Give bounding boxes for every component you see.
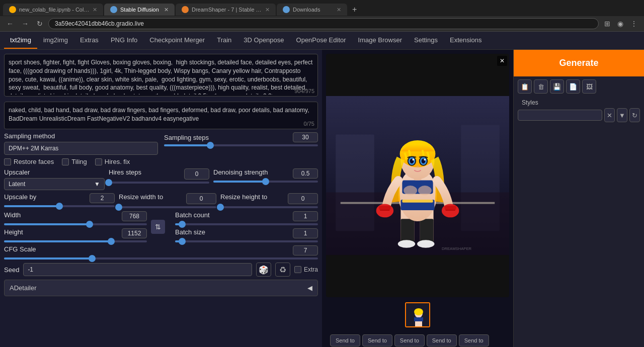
- swap-dimensions-button[interactable]: ⇅: [151, 220, 165, 234]
- tab-stable-diffusion[interactable]: Stable Diffusion ✕: [104, 4, 175, 16]
- nav-image-browser[interactable]: Image Browser: [352, 32, 408, 49]
- address-bar-input[interactable]: [48, 18, 599, 29]
- send-to-button-2[interactable]: Send to: [362, 334, 392, 346]
- batch-count-slider[interactable]: [175, 223, 318, 225]
- sampling-steps-track[interactable]: [164, 144, 318, 146]
- dl-tab-close[interactable]: ✕: [337, 7, 341, 13]
- upscale-by-thumb[interactable]: [56, 203, 63, 210]
- sampling-steps-slider[interactable]: [164, 144, 318, 146]
- thumbnail-1[interactable]: [405, 302, 430, 327]
- clear-prompt-button[interactable]: 🗑: [534, 79, 548, 94]
- save-style-button[interactable]: 💾: [550, 79, 564, 94]
- more-button[interactable]: ⋮: [628, 18, 640, 29]
- denoising-thumb[interactable]: [262, 178, 269, 185]
- tab-downloads[interactable]: Downloads ✕: [277, 4, 347, 16]
- cfg-value[interactable]: 7: [293, 245, 318, 255]
- resize-width-input[interactable]: [186, 193, 216, 204]
- nav-extras[interactable]: Extras: [74, 32, 105, 49]
- styles-refresh-button[interactable]: ↻: [629, 108, 640, 122]
- resize-height-thumb[interactable]: [217, 204, 224, 211]
- paste-prompt-button[interactable]: 📋: [518, 79, 532, 94]
- colab-tab-close[interactable]: ✕: [93, 7, 97, 13]
- upscale-by-value[interactable]: 2: [90, 193, 115, 203]
- recycle-button[interactable]: ♻: [275, 263, 290, 277]
- seed-input[interactable]: [23, 263, 252, 276]
- cfg-thumb[interactable]: [89, 255, 96, 262]
- upscaler-select[interactable]: Latent ▼: [4, 178, 105, 190]
- upscale-by-slider[interactable]: [4, 205, 115, 207]
- tab-dreamshaper[interactable]: DreamShaper - 7 | Stable Diffus... ✕: [176, 4, 276, 16]
- hires-steps-slider[interactable]: [109, 182, 209, 184]
- nav-extensions[interactable]: Extensions: [444, 32, 488, 49]
- forward-button[interactable]: →: [19, 18, 31, 29]
- denoising-slider[interactable]: [213, 181, 318, 183]
- styles-input[interactable]: [518, 110, 602, 121]
- resize-height-slider[interactable]: [220, 206, 318, 208]
- styles-x-button[interactable]: ✕: [604, 108, 615, 122]
- sampling-method-select[interactable]: DPM++ 2M Karras: [4, 142, 158, 155]
- dice-button[interactable]: 🎲: [256, 263, 271, 277]
- resize-width-track[interactable]: [119, 206, 216, 208]
- generate-button[interactable]: Generate: [514, 50, 644, 76]
- batch-size-thumb[interactable]: [179, 238, 186, 245]
- batch-count-value[interactable]: 1: [293, 211, 318, 221]
- negative-prompt-input[interactable]: [5, 102, 317, 127]
- width-slider[interactable]: [4, 223, 147, 225]
- height-slider[interactable]: [4, 240, 147, 242]
- cfg-track[interactable]: [4, 257, 318, 259]
- height-value[interactable]: 1152: [122, 228, 147, 238]
- send-to-button-1[interactable]: Send to: [330, 334, 360, 346]
- sd-tab-close[interactable]: ✕: [164, 7, 169, 13]
- tiling-checkbox[interactable]: Tiling: [62, 158, 87, 165]
- cfg-slider[interactable]: [4, 257, 318, 259]
- extra-checkbox[interactable]: Extra: [294, 266, 318, 273]
- send-to-inpaint-button[interactable]: Send to: [459, 334, 489, 346]
- denoising-track[interactable]: [213, 181, 318, 183]
- batch-count-thumb[interactable]: [179, 221, 186, 228]
- profile-button[interactable]: ◉: [615, 18, 626, 29]
- sampling-steps-thumb[interactable]: [207, 142, 214, 149]
- sampling-steps-value[interactable]: 30: [293, 132, 318, 142]
- apply-style-button[interactable]: 📄: [566, 79, 580, 94]
- restore-faces-checkbox[interactable]: Restore faces: [4, 158, 54, 165]
- hires-steps-track[interactable]: [109, 182, 209, 184]
- adetailer-row[interactable]: ADetailer ◀: [4, 280, 318, 296]
- batch-count-track[interactable]: [175, 223, 318, 225]
- upscale-by-track[interactable]: [4, 205, 115, 207]
- resize-width-slider[interactable]: [119, 206, 216, 208]
- hires-fix-checkbox[interactable]: Hires. fix: [95, 158, 130, 165]
- nav-train[interactable]: Train: [211, 32, 237, 49]
- hires-steps-thumb[interactable]: [105, 179, 112, 186]
- nav-settings[interactable]: Settings: [408, 32, 444, 49]
- hires-steps-input[interactable]: [184, 168, 209, 180]
- resize-height-track[interactable]: [220, 206, 318, 208]
- ds-tab-close[interactable]: ✕: [265, 7, 270, 13]
- new-tab-button[interactable]: +: [348, 3, 361, 16]
- width-thumb[interactable]: [86, 221, 93, 228]
- tab-colab[interactable]: new_colab_file.ipynb - Colabora... ✕: [3, 4, 103, 16]
- reload-button[interactable]: ↻: [34, 18, 45, 29]
- denoising-value[interactable]: 0.5: [293, 168, 318, 179]
- nav-3d-openpose[interactable]: 3D Openpose: [237, 32, 290, 49]
- nav-txt2img[interactable]: txt2img: [4, 32, 37, 49]
- positive-prompt-input[interactable]: [5, 54, 317, 95]
- resize-height-input[interactable]: [288, 193, 318, 204]
- nav-checkpoint-merger[interactable]: Checkpoint Merger: [143, 32, 211, 49]
- image-close-button[interactable]: ✕: [497, 56, 507, 66]
- batch-size-track[interactable]: [175, 240, 318, 242]
- batch-size-value[interactable]: 1: [293, 228, 318, 238]
- width-value[interactable]: 768: [122, 211, 147, 221]
- styles-dropdown-button[interactable]: ▼: [617, 108, 627, 122]
- send-to-extras-button[interactable]: Send to: [427, 334, 457, 346]
- send-to-button-3[interactable]: Send to: [394, 334, 425, 346]
- batch-size-slider[interactable]: [175, 240, 318, 242]
- nav-openpose-editor[interactable]: OpenPose Editor: [290, 32, 352, 49]
- nav-img2img[interactable]: img2img: [37, 32, 74, 49]
- height-thumb[interactable]: [108, 238, 115, 245]
- height-track[interactable]: [4, 240, 147, 242]
- image-style-button[interactable]: 🖼: [582, 79, 596, 94]
- width-track[interactable]: [4, 223, 147, 225]
- extensions-button[interactable]: ⊞: [602, 18, 613, 29]
- resize-width-thumb[interactable]: [115, 204, 122, 211]
- nav-png-info[interactable]: PNG Info: [105, 32, 143, 49]
